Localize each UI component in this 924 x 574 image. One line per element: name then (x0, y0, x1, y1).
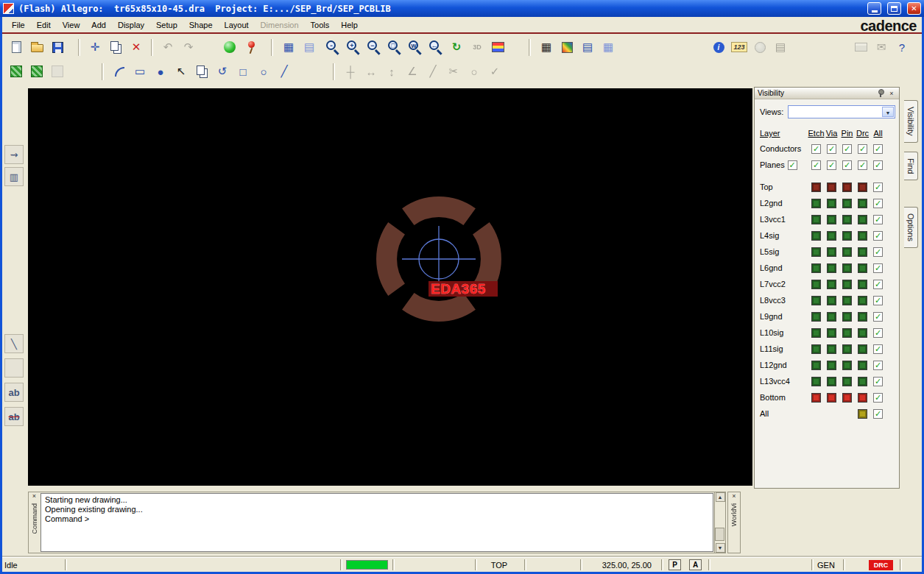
pin-swatch[interactable] (842, 183, 852, 192)
layer-all-checkbox[interactable]: ✓ (873, 263, 883, 273)
etch-swatch[interactable] (811, 361, 821, 370)
panel-close-icon[interactable]: × (887, 89, 896, 98)
circle-outline-button[interactable]: ○ (254, 62, 273, 81)
via-swatch[interactable] (827, 231, 836, 241)
export-button[interactable] (851, 38, 870, 57)
thermal-arc-top[interactable] (408, 207, 469, 217)
etch-swatch[interactable] (811, 296, 821, 305)
drc-swatch[interactable] (858, 409, 867, 419)
blank-tool-button[interactable] (4, 358, 24, 378)
pin-swatch[interactable] (842, 344, 852, 354)
conductors-drc-checkbox[interactable]: ✓ (858, 144, 867, 154)
line-45-button[interactable]: ╱ (275, 62, 294, 81)
fix-pin-button[interactable] (241, 38, 260, 57)
zoom-world-button[interactable]: w (406, 38, 425, 57)
visibility-panel-titlebar[interactable]: Visibility × (755, 88, 899, 99)
new-file-button[interactable] (7, 38, 26, 57)
layer-all-checkbox[interactable]: ✓ (873, 247, 883, 257)
grid-lines-button[interactable]: ▤ (300, 38, 319, 57)
tab-visibility[interactable]: Visibility (904, 100, 918, 143)
layer-all-checkbox[interactable]: ✓ (873, 328, 883, 338)
layer-all-checkbox[interactable]: ✓ (873, 183, 883, 192)
flip-design-button[interactable] (488, 38, 507, 57)
menu-setup[interactable]: Setup (150, 18, 183, 32)
menu-tools[interactable]: Tools (305, 18, 336, 32)
drc-swatch[interactable] (858, 183, 867, 192)
help-button[interactable]: ? (892, 38, 911, 57)
pin-swatch[interactable] (842, 247, 852, 257)
scroll-up-icon[interactable]: ▲ (716, 492, 725, 502)
menu-view[interactable]: View (57, 18, 86, 32)
web-browser-button[interactable] (750, 38, 769, 57)
chevron-down-icon[interactable]: ▼ (882, 107, 894, 117)
console-tab-label[interactable]: Command (31, 503, 38, 534)
layer-all-checkbox[interactable]: ✓ (873, 231, 883, 241)
etch-swatch[interactable] (811, 344, 821, 354)
pin-swatch[interactable] (842, 377, 852, 386)
pin-swatch[interactable] (842, 312, 852, 322)
shape-polygon-button[interactable] (7, 62, 26, 81)
text-delete-button[interactable]: ab (4, 407, 24, 426)
pin-swatch[interactable] (842, 280, 852, 289)
drc-swatch[interactable] (858, 263, 867, 273)
status-info-button[interactable]: i (709, 38, 728, 57)
worldview-close-icon[interactable]: × (732, 492, 736, 500)
etch-swatch[interactable] (811, 215, 821, 224)
layer-all-checkbox[interactable]: ✓ (873, 377, 883, 386)
drc-swatch[interactable] (858, 199, 867, 208)
pin-panel-icon[interactable] (877, 89, 884, 97)
column-pin[interactable]: Pin (839, 129, 855, 138)
menu-help[interactable]: Help (335, 18, 364, 32)
design-canvas[interactable]: EDA365 (28, 88, 752, 486)
planes-all-checkbox[interactable]: ✓ (873, 160, 883, 170)
etch-swatch[interactable] (811, 231, 821, 241)
cut-button[interactable]: ✂ (444, 62, 463, 81)
maximize-button[interactable] (887, 2, 901, 15)
menu-shape[interactable]: Shape (183, 18, 219, 32)
menu-display[interactable]: Display (112, 18, 150, 32)
conductors-all-checkbox[interactable]: ✓ (873, 144, 883, 154)
views-dropdown[interactable]: ▼ (788, 105, 895, 118)
line-tool-button[interactable]: ╲ (4, 334, 24, 353)
via-swatch[interactable] (827, 393, 836, 403)
drc-swatch[interactable] (858, 328, 867, 338)
via-swatch[interactable] (827, 280, 836, 289)
mail-button[interactable]: ✉ (872, 38, 891, 57)
via-swatch[interactable] (827, 215, 836, 224)
drc-swatch[interactable] (858, 280, 867, 289)
pin-swatch[interactable] (842, 199, 852, 208)
shadow-mode-button[interactable]: ▦ (599, 38, 618, 57)
copy-button[interactable] (106, 38, 125, 57)
layer-all-checkbox[interactable]: ✓ (873, 409, 883, 419)
thermal-arc-left[interactable] (387, 228, 397, 289)
via-swatch[interactable] (827, 199, 836, 208)
verify-button[interactable]: ✓ (485, 62, 504, 81)
console-prompt[interactable]: Command > (45, 514, 709, 524)
planes-checkbox[interactable]: ✓ (788, 160, 797, 170)
drc-swatch[interactable] (858, 344, 867, 354)
dimension-circle-button[interactable]: ○ (465, 62, 484, 81)
dimension-line-button[interactable]: ╱ (423, 62, 442, 81)
layer-all-checkbox[interactable]: ✓ (873, 312, 883, 322)
save-button[interactable] (48, 38, 67, 57)
shape-void-button[interactable] (48, 62, 67, 81)
etch-swatch[interactable] (811, 247, 821, 257)
console-close-icon[interactable]: × (32, 492, 36, 500)
etch-swatch[interactable] (811, 199, 821, 208)
rect-outline-button[interactable]: □ (233, 62, 253, 81)
drc-swatch[interactable] (858, 247, 867, 257)
column-drc[interactable]: Drc (855, 129, 870, 138)
title-bar[interactable]: (Flash) Allegro: tr65x85x10-45.dra Proje… (0, 0, 924, 17)
highlight-button[interactable] (220, 38, 239, 57)
drc-swatch[interactable] (858, 312, 867, 322)
pin-swatch[interactable] (842, 263, 852, 273)
drc-swatch[interactable] (858, 231, 867, 241)
properties-button[interactable]: ▤ (771, 38, 790, 57)
pin-swatch[interactable] (842, 328, 852, 338)
grid-points-button[interactable]: ▦ (279, 38, 298, 57)
menu-file[interactable]: File (6, 18, 31, 32)
fillet-button[interactable] (110, 62, 129, 81)
redraw-button[interactable]: ↻ (447, 38, 466, 57)
column-all[interactable]: All (870, 129, 886, 138)
measure-probe-button[interactable]: ┼ (341, 62, 360, 81)
